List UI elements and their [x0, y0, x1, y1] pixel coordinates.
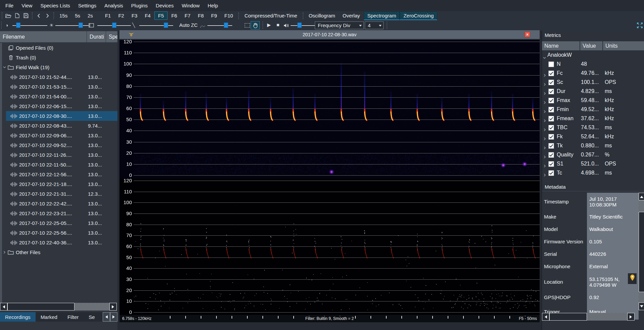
- brightness-slider[interactable]: [55, 22, 89, 28]
- chevron-right-icon[interactable]: [544, 117, 546, 124]
- chevron-right-icon[interactable]: [544, 72, 546, 78]
- chevron-down-icon[interactable]: [377, 22, 383, 29]
- file-list-horizontal-scrollbar[interactable]: [0, 303, 117, 311]
- menu-item-plugins[interactable]: Plugins: [127, 0, 152, 11]
- mode-button-oscillogram[interactable]: Oscillogram: [305, 11, 339, 20]
- f-button-f6[interactable]: F6: [167, 11, 181, 20]
- f-button-f8[interactable]: F8: [194, 11, 207, 20]
- tab-filter[interactable]: Filter: [62, 312, 84, 322]
- metrics-group-row[interactable]: AnalookW: [542, 51, 644, 60]
- f-button-f9[interactable]: F9: [207, 11, 221, 20]
- scroll-right-button[interactable]: [109, 303, 117, 311]
- f-button-f5[interactable]: F5: [154, 11, 168, 20]
- metric-checkbox[interactable]: [548, 161, 554, 167]
- volume-slider-handle[interactable]: [297, 22, 302, 28]
- f-button-f7[interactable]: F7: [181, 11, 194, 20]
- menu-item-window[interactable]: Window: [178, 0, 203, 11]
- recording-row[interactable]: 2017-07-10 22-40-36....13.0...: [2, 238, 117, 247]
- recording-row[interactable]: 2017-07-10 22-09-06....13.0...: [2, 131, 117, 140]
- metric-checkbox[interactable]: [548, 107, 554, 112]
- recording-row[interactable]: 2017-07-10 22-12-56....13.0...: [2, 170, 117, 179]
- scrollbar-track[interactable]: [75, 303, 109, 311]
- frequency-div-value-select[interactable]: 4: [365, 21, 384, 29]
- tab-scroll-right-button[interactable]: [110, 312, 117, 322]
- scroll-up-button[interactable]: [639, 193, 644, 200]
- tab-scroll-left-button[interactable]: [103, 312, 110, 322]
- recording-row[interactable]: 2017-07-10 22-09-52....13.0...: [2, 140, 117, 150]
- auto-zc-label[interactable]: Auto ZC: [179, 22, 198, 28]
- close-button[interactable]: ×: [525, 32, 530, 37]
- metadata-horizontal-scrollbar[interactable]: [542, 313, 635, 321]
- metric-checkbox[interactable]: [548, 170, 554, 176]
- fft-window-slider[interactable]: [97, 22, 131, 28]
- f-button-f4[interactable]: F4: [141, 11, 154, 20]
- new-file-icon[interactable]: [13, 12, 21, 19]
- metric-checkbox[interactable]: [548, 143, 554, 149]
- chevron-down-icon[interactable]: [2, 66, 7, 68]
- menu-item-analysis[interactable]: Analysis: [100, 0, 127, 11]
- recording-row[interactable]: 2017-07-10 22-23-21....13.0...: [2, 208, 117, 218]
- volume-slider[interactable]: [291, 22, 316, 28]
- spectrogram-title-bar[interactable]: 2017-07-10 22-08-30.wav ×: [119, 30, 540, 39]
- scrollbar-thumb[interactable]: [7, 303, 75, 311]
- contrast-slider-handle[interactable]: [16, 22, 20, 28]
- recording-row[interactable]: 2017-07-10 22-08-30....13.0...: [2, 111, 117, 121]
- metric-checkbox[interactable]: [548, 125, 554, 131]
- mode-button-zerocrossing[interactable]: ZeroCrossing: [400, 11, 437, 20]
- menu-item-settings[interactable]: Settings: [74, 0, 100, 11]
- metric-checkbox[interactable]: [548, 152, 554, 158]
- column-header-duration[interactable]: Durati: [87, 31, 106, 42]
- menu-item-help[interactable]: Help: [204, 0, 222, 11]
- chevron-right-icon[interactable]: [544, 108, 546, 114]
- scroll-right-button[interactable]: [627, 313, 635, 321]
- column-header-filename[interactable]: Filename: [0, 31, 87, 42]
- chevron-right-icon[interactable]: [544, 163, 546, 169]
- chevron-right-icon[interactable]: [544, 172, 546, 178]
- tab-se[interactable]: Se: [84, 312, 100, 322]
- contrast-slider[interactable]: [12, 22, 47, 28]
- scroll-down-button[interactable]: [639, 302, 644, 310]
- recording-row[interactable]: 2017-07-10 21-54-00....13.0...: [2, 92, 117, 101]
- selection-tool-icon[interactable]: [245, 23, 250, 28]
- zc-sensitivity-slider-handle[interactable]: [224, 22, 228, 28]
- chevron-right-icon[interactable]: [544, 90, 546, 96]
- scrollbar-thumb[interactable]: [639, 212, 644, 292]
- time-button-5s[interactable]: 5s: [71, 11, 84, 20]
- slider-track[interactable]: [207, 25, 232, 26]
- play-button[interactable]: ▶: [267, 22, 271, 28]
- slider-track[interactable]: [139, 25, 173, 26]
- f-button-f3[interactable]: F3: [128, 11, 141, 20]
- recording-row[interactable]: 2017-07-10 21-53-15....13.0...: [2, 82, 117, 92]
- time-button-2s[interactable]: 2s: [84, 11, 97, 20]
- f-button-f2[interactable]: F2: [114, 11, 128, 20]
- metric-checkbox[interactable]: [548, 89, 554, 94]
- nav-back-icon[interactable]: [34, 12, 43, 19]
- recording-row[interactable]: 2017-07-10 22-21-18....13.0...: [2, 179, 117, 189]
- chevron-right-icon[interactable]: [544, 127, 546, 133]
- chevron-right-icon[interactable]: [544, 136, 546, 142]
- recording-row[interactable]: 2017-07-10 22-08-43....9.74...: [2, 121, 117, 131]
- metric-checkbox[interactable]: [548, 61, 554, 67]
- chevron-down-icon[interactable]: [357, 22, 363, 29]
- map-pin-button[interactable]: [628, 273, 637, 284]
- recording-row[interactable]: 2017-07-10 22-21-31....12.3...: [2, 189, 117, 199]
- stop-button[interactable]: ■: [277, 22, 279, 28]
- tab-marked[interactable]: Marked: [36, 312, 62, 322]
- pan-tool-button[interactable]: [251, 21, 260, 30]
- scrollbar-track[interactable]: [639, 200, 644, 212]
- recording-row[interactable]: 2017-07-10 22-11-50....13.0...: [2, 160, 117, 170]
- menu-item-species-lists[interactable]: Species Lists: [36, 0, 74, 11]
- slider-track[interactable]: [291, 25, 316, 26]
- mode-button-overlay[interactable]: Overlay: [339, 11, 364, 20]
- spectrogram-canvas[interactable]: [119, 40, 540, 179]
- scroll-left-button[interactable]: [0, 303, 7, 311]
- metric-checkbox[interactable]: [548, 116, 554, 122]
- brightness-slider-handle[interactable]: [79, 22, 83, 28]
- tree-row[interactable]: Trash (0): [2, 53, 117, 62]
- nav-forward-icon[interactable]: [43, 12, 52, 19]
- recording-row[interactable]: 2017-07-10 21-52-44....13.0...: [2, 72, 117, 82]
- expand-panel-button[interactable]: [636, 22, 643, 29]
- metric-checkbox[interactable]: [548, 134, 554, 140]
- fft-window-slider-handle[interactable]: [112, 22, 116, 28]
- auto-zc-icon[interactable]: [200, 23, 206, 30]
